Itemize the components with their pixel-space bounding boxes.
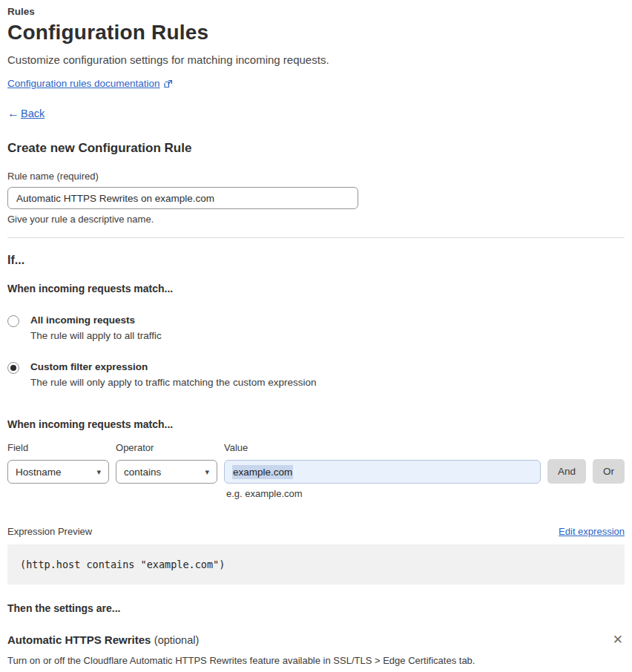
radio-label-custom-filter: Custom filter expression [30,361,316,372]
radio-icon-all-requests[interactable] [7,315,19,327]
chevron-down-icon: ▾ [96,467,101,477]
breadcrumb: Rules [7,6,625,17]
page-subtitle: Customize configuration settings for mat… [7,53,625,66]
external-link-icon [164,79,173,88]
rule-name-label: Rule name (required) [7,171,625,182]
back-link-label[interactable]: Back [21,108,45,119]
field-select-value: Hostname [16,467,62,478]
match-type-label: When incoming requests match... [7,283,625,294]
builder-heading: When incoming requests match... [7,418,625,430]
expression-preview-label: Expression Preview [7,526,92,537]
operator-select-value: contains [124,467,161,478]
page-title: Configuration Rules [7,21,625,45]
radio-icon-custom-filter[interactable] [7,362,19,374]
back-arrow-icon: ← [7,107,19,120]
configuration-rules-page: Rules Configuration Rules Customize conf… [0,0,632,672]
operator-select[interactable]: contains ▾ [116,460,217,484]
field-label: Field [7,442,109,453]
operator-label: Operator [116,442,217,453]
create-rule-heading: Create new Configuration Rule [7,141,625,156]
setting-description: Turn on or off the Cloudflare Automatic … [7,655,625,666]
edit-expression-link[interactable]: Edit expression [559,526,625,537]
chevron-down-icon: ▾ [205,467,210,477]
radio-label-all-requests: All incoming requests [30,314,162,326]
if-heading: If... [7,254,625,267]
radio-option-all-requests[interactable]: All incoming requests The rule will appl… [7,314,625,341]
expression-preview-code: (http.host contains "example.com") [7,544,625,584]
or-button[interactable]: Or [593,459,625,484]
then-settings-heading: Then the settings are... [7,602,625,614]
radio-option-custom-filter[interactable]: Custom filter expression The rule will o… [7,361,625,388]
and-button[interactable]: And [547,459,586,484]
rule-name-helper: Give your rule a descriptive name. [7,214,625,225]
radio-desc-all-requests: The rule will apply to all traffic [30,330,162,341]
back-link[interactable]: ← Back [7,107,625,120]
value-input-text: example.com [232,465,293,479]
value-helper: e.g. example.com [226,488,625,499]
value-input[interactable]: example.com [224,460,541,484]
value-label: Value [224,442,541,453]
section-divider [7,237,625,238]
close-icon[interactable]: ✕ [611,632,625,648]
radio-desc-custom-filter: The rule will only apply to traffic matc… [30,377,316,388]
field-select[interactable]: Hostname ▾ [7,460,109,484]
setting-optional-label: (optional) [154,634,199,646]
rule-name-input[interactable] [7,187,358,209]
documentation-link[interactable]: Configuration rules documentation [7,78,160,89]
setting-name: Automatic HTTPS Rewrites [7,633,151,646]
